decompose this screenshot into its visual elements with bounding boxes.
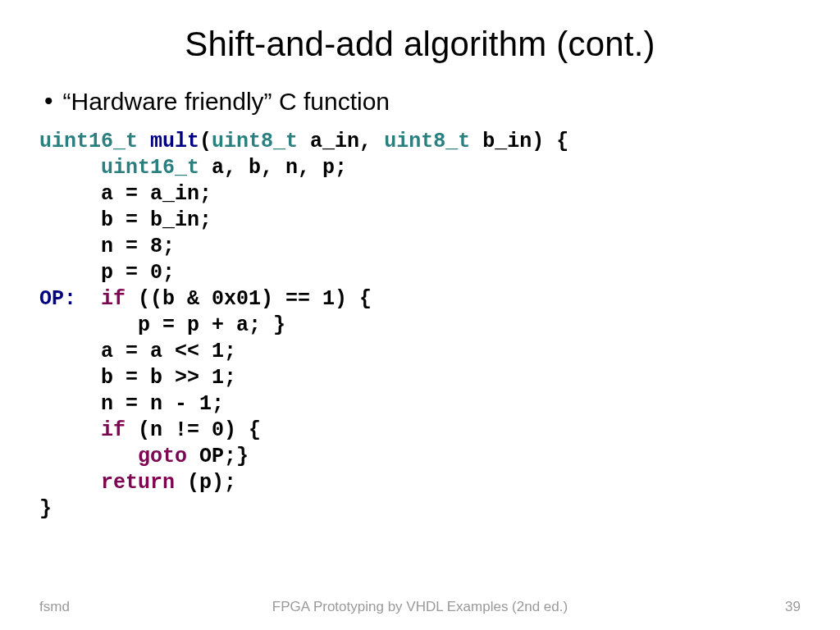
slide-title: Shift-and-add algorithm (cont.) [39, 25, 801, 64]
code-block: uint16_t mult(uint8_t a_in, uint8_t b_in… [39, 129, 801, 523]
code-keyword: if [101, 418, 126, 442]
code-text: } [39, 497, 52, 521]
code-text: b_in) { [470, 130, 568, 153]
bullet-text: “Hardware friendly” C function [63, 88, 390, 115]
code-text: n = n - 1; [39, 392, 224, 416]
bullet-item: •“Hardware friendly” C function [44, 87, 801, 116]
code-text: p = p + a; } [39, 313, 285, 337]
code-type: uint16_t [39, 130, 138, 153]
code-type: uint8_t [384, 130, 470, 153]
code-text: b = b_in; [39, 208, 212, 232]
code-text [39, 156, 101, 180]
code-keyword: if [101, 287, 126, 311]
code-text [76, 287, 101, 311]
code-text: p = 0; [39, 261, 175, 285]
code-func: mult [150, 130, 199, 153]
code-text: ((b & 0x01) == 1) { [126, 287, 372, 311]
code-text: a = a << 1; [39, 340, 236, 363]
code-text [39, 418, 101, 442]
code-text [39, 471, 101, 495]
slide: Shift-and-add algorithm (cont.) •“Hardwa… [0, 0, 840, 630]
code-keyword: goto [138, 445, 187, 468]
code-text: a, b, n, p; [199, 156, 347, 180]
code-type: uint16_t [101, 156, 199, 180]
code-text [39, 445, 138, 468]
code-text: n = 8; [39, 235, 175, 258]
code-text: a = a_in; [39, 182, 212, 206]
code-text: ( [199, 130, 212, 153]
code-label: OP: [39, 287, 76, 311]
code-text: a_in, [298, 130, 384, 153]
code-text: (p); [175, 471, 236, 495]
code-text: OP;} [187, 445, 249, 468]
bullet-dot: • [44, 87, 53, 115]
footer-left: fsmd [39, 599, 70, 615]
footer-right: 39 [785, 599, 801, 615]
code-type: uint8_t [212, 130, 298, 153]
code-text [138, 130, 150, 153]
code-text: b = b >> 1; [39, 366, 236, 390]
code-text: (n != 0) { [126, 418, 261, 442]
footer-center: FPGA Prototyping by VHDL Examples (2nd e… [272, 599, 568, 615]
footer: fsmd FPGA Prototyping by VHDL Examples (… [0, 599, 840, 615]
code-keyword: return [101, 471, 175, 495]
